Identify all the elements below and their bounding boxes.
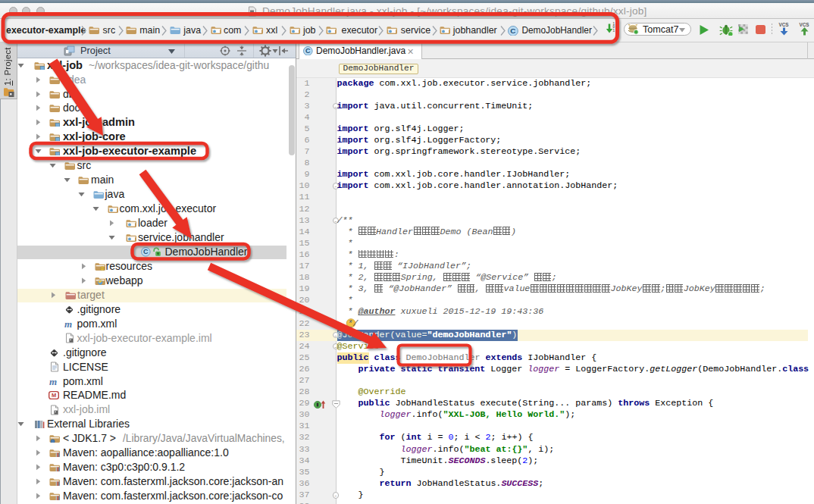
svg-text:C: C <box>305 47 311 55</box>
svg-text:C: C <box>143 249 149 256</box>
svg-text:M: M <box>52 393 56 399</box>
svg-text:C: C <box>511 27 516 35</box>
